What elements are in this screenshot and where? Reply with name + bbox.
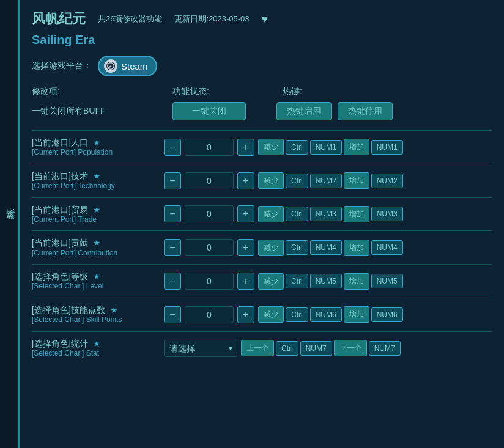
- num-left-0[interactable]: NUM1: [310, 140, 342, 155]
- platform-label: 选择游戏平台：: [32, 61, 92, 72]
- steam-button[interactable]: Steam: [98, 56, 157, 76]
- plus-btn-5[interactable]: +: [237, 306, 254, 323]
- mod-name-block-4: [选择角色]等级 ★ [Selected Char.] Level: [32, 271, 160, 292]
- mod-name-en-0: [Current Port] Population: [32, 148, 160, 158]
- row-divider-5: [32, 331, 492, 332]
- value-input-5[interactable]: [185, 306, 234, 323]
- ctrl-key-0[interactable]: Ctrl: [286, 140, 308, 155]
- num-right-6[interactable]: NUM7: [369, 341, 401, 356]
- decrease-btn-4[interactable]: 减少: [258, 273, 284, 290]
- ctrl-key-5[interactable]: Ctrl: [286, 307, 308, 322]
- hotkey-group-6: 上一个 Ctrl NUM7 下一个 NUM7: [241, 340, 401, 356]
- ctrl-key-4[interactable]: Ctrl: [286, 274, 308, 288]
- increase-btn-3[interactable]: 增加: [344, 240, 369, 256]
- mod-name-cn-3: [当前港口]贡献 ★: [32, 237, 160, 248]
- mod-name-cn-4: [选择角色]等级 ★: [32, 271, 160, 282]
- buff-row: 一键关闭所有BUFF 一键关闭 热键启用 热键停用: [32, 102, 492, 120]
- num-right-3[interactable]: NUM4: [371, 240, 403, 255]
- ctrl-key-1[interactable]: Ctrl: [286, 174, 308, 188]
- mod-row-2: [当前港口]贸易 ★ [Current Port] Trade −+ 减少 Ct…: [32, 204, 492, 225]
- star-icon-0[interactable]: ★: [93, 138, 101, 147]
- num-left-4[interactable]: NUM5: [310, 274, 342, 288]
- num-left-5[interactable]: NUM6: [310, 307, 342, 322]
- minus-btn-0[interactable]: −: [164, 139, 181, 156]
- minus-btn-5[interactable]: −: [164, 306, 181, 323]
- decrease-btn-2[interactable]: 减少: [258, 206, 284, 222]
- plus-btn-0[interactable]: +: [237, 139, 254, 156]
- value-input-4[interactable]: [185, 273, 234, 290]
- increase-btn-4[interactable]: 增加: [344, 273, 369, 290]
- label-mod: 修改项:: [32, 86, 172, 97]
- row-divider-1: [32, 197, 492, 198]
- num-right-1[interactable]: NUM2: [371, 174, 403, 188]
- hotkey-disable-button[interactable]: 热键停用: [338, 102, 393, 120]
- decrease-btn-5[interactable]: 减少: [258, 306, 284, 323]
- num-left-2[interactable]: NUM3: [310, 207, 342, 221]
- mod-row-1: [当前港口]技术 ★ [Current Port] Technology −+ …: [32, 171, 492, 191]
- mod-name-cn-1: [当前港口]技术 ★: [32, 171, 160, 182]
- hotkey-group-2: 减少 Ctrl NUM3 增加 NUM3: [258, 206, 403, 222]
- star-icon-5[interactable]: ★: [110, 305, 118, 315]
- hotkey-group-5: 减少 Ctrl NUM6 增加 NUM6: [258, 306, 403, 323]
- increase-btn-0[interactable]: 增加: [344, 139, 369, 155]
- ctrl-key-6[interactable]: Ctrl: [276, 341, 298, 356]
- num-right-4[interactable]: NUM5: [371, 274, 403, 288]
- header-date: 更新日期:2023-05-03: [174, 13, 249, 24]
- select-input-6[interactable]: 请选择: [164, 340, 237, 357]
- label-hotkey: 热键:: [283, 86, 302, 97]
- value-input-3[interactable]: [185, 239, 234, 256]
- decrease-btn-0[interactable]: 减少: [258, 139, 284, 155]
- section-labels: 修改项: 功能状态: 热键:: [32, 86, 492, 97]
- num-right-0[interactable]: NUM1: [371, 140, 403, 155]
- num-left-1[interactable]: NUM2: [310, 174, 342, 188]
- divider: [32, 130, 492, 131]
- hotkey-enable-button[interactable]: 热键启用: [276, 102, 332, 120]
- star-icon-6[interactable]: ★: [93, 339, 101, 348]
- mod-name-en-2: [Current Port] Trade: [32, 215, 160, 225]
- ctrl-key-2[interactable]: Ctrl: [286, 207, 308, 221]
- mod-rows: [当前港口]人口 ★ [Current Port] Population −+ …: [32, 137, 492, 358]
- mod-row-3: [当前港口]贡献 ★ [Current Port] Contribution −…: [32, 237, 492, 258]
- increase-btn-5[interactable]: 增加: [344, 306, 369, 323]
- increase-btn-2[interactable]: 增加: [344, 206, 369, 222]
- mod-name-block-3: [当前港口]贡献 ★ [Current Port] Contribution: [32, 237, 160, 258]
- num-left-3[interactable]: NUM4: [310, 240, 342, 255]
- num-right-2[interactable]: NUM3: [371, 207, 403, 221]
- main-content: 风帆纪元 共26项修改器功能 更新日期:2023-05-03 ♥ Sailing…: [20, 0, 504, 448]
- star-icon-2[interactable]: ★: [93, 205, 101, 215]
- minus-btn-4[interactable]: −: [164, 273, 181, 290]
- decrease-btn-1[interactable]: 减少: [258, 172, 284, 189]
- value-input-0[interactable]: [185, 139, 234, 156]
- minus-btn-3[interactable]: −: [164, 239, 181, 256]
- value-input-1[interactable]: [185, 172, 234, 189]
- num-right-5[interactable]: NUM6: [371, 307, 403, 322]
- minus-btn-1[interactable]: −: [164, 172, 181, 189]
- mod-name-block-1: [当前港口]技术 ★ [Current Port] Technology: [32, 171, 160, 191]
- star-icon-3[interactable]: ★: [93, 238, 101, 248]
- prev-btn-6[interactable]: 上一个: [241, 340, 274, 356]
- mod-name-en-5: [Selected Char.] Skill Points: [32, 315, 160, 325]
- num-left-6[interactable]: NUM7: [300, 341, 332, 356]
- minus-btn-2[interactable]: −: [164, 205, 181, 222]
- hotkey-group-0: 减少 Ctrl NUM1 增加 NUM1: [258, 139, 403, 155]
- increase-btn-1[interactable]: 增加: [344, 172, 369, 189]
- next-btn-6[interactable]: 下一个: [334, 340, 367, 356]
- plus-btn-2[interactable]: +: [237, 205, 254, 222]
- buff-name: 一键关闭所有BUFF: [32, 106, 166, 117]
- plus-btn-1[interactable]: +: [237, 172, 254, 189]
- app-title-cn: 风帆纪元: [32, 10, 86, 28]
- row-divider-4: [32, 298, 492, 298]
- one-close-button[interactable]: 一键关闭: [172, 102, 246, 120]
- star-icon-1[interactable]: ★: [93, 171, 101, 181]
- row-divider-2: [32, 230, 492, 231]
- platform-row: 选择游戏平台： Steam: [32, 56, 492, 76]
- star-icon-4[interactable]: ★: [93, 271, 101, 281]
- decrease-btn-3[interactable]: 减少: [258, 240, 284, 256]
- plus-btn-4[interactable]: +: [237, 273, 254, 290]
- ctrl-key-3[interactable]: Ctrl: [286, 240, 308, 255]
- favorite-icon[interactable]: ♥: [262, 13, 269, 26]
- label-status: 功能状态:: [172, 86, 283, 97]
- hotkey-group-4: 减少 Ctrl NUM5 增加 NUM5: [258, 273, 403, 290]
- plus-btn-3[interactable]: +: [237, 239, 254, 256]
- value-input-2[interactable]: [185, 205, 234, 222]
